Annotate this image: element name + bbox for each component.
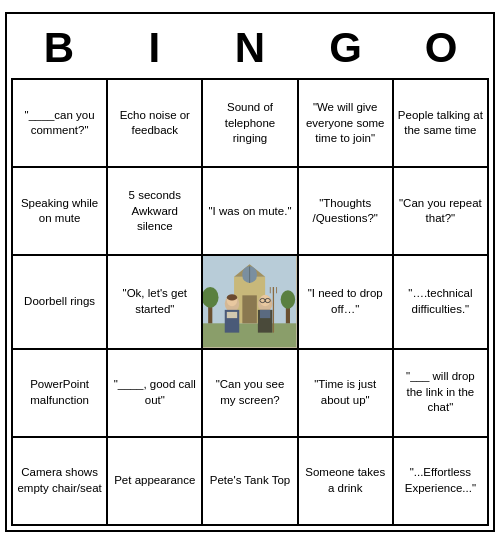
cell-r1c4[interactable]: "We will give everyone some time to join…: [299, 80, 394, 168]
cell-r5c4[interactable]: Someone takes a drink: [299, 438, 394, 526]
cell-r4c2[interactable]: "____, good call out": [108, 350, 203, 438]
american-gothic-painting: [203, 256, 296, 347]
cell-r2c1[interactable]: Speaking while on mute: [13, 168, 108, 256]
svg-rect-18: [260, 310, 270, 318]
letter-b: B: [14, 24, 104, 72]
svg-rect-1: [203, 324, 296, 348]
svg-rect-11: [227, 312, 237, 318]
cell-r1c1[interactable]: "____can you comment?": [13, 80, 108, 168]
cell-r5c2[interactable]: Pet appearance: [108, 438, 203, 526]
cell-r1c2[interactable]: Echo noise or feedback: [108, 80, 203, 168]
cell-r2c4[interactable]: "Thoughts /Questions?": [299, 168, 394, 256]
bingo-grid: "____can you comment?" Echo noise or fee…: [11, 78, 489, 525]
bingo-card: B I N G O "____can you comment?" Echo no…: [5, 12, 495, 531]
cell-r3c5[interactable]: "….technical difficulties.": [394, 256, 489, 349]
letter-i: I: [109, 24, 199, 72]
cell-r4c4[interactable]: "Time is just about up": [299, 350, 394, 438]
cell-r5c3[interactable]: Pete's Tank Top: [203, 438, 298, 526]
cell-r3c3-free-space[interactable]: [203, 256, 298, 349]
cell-r4c5[interactable]: "___ will drop the link in the chat": [394, 350, 489, 438]
svg-rect-6: [243, 296, 257, 324]
cell-r4c3[interactable]: "Can you see my screen?: [203, 350, 298, 438]
letter-o: O: [396, 24, 486, 72]
cell-r1c5[interactable]: People talking at the same time: [394, 80, 489, 168]
bingo-header: B I N G O: [11, 18, 489, 78]
cell-r3c4[interactable]: "I need to drop off…": [299, 256, 394, 349]
cell-r2c5[interactable]: "Can you repeat that?": [394, 168, 489, 256]
letter-n: N: [205, 24, 295, 72]
cell-r5c1[interactable]: Camera shows empty chair/seat: [13, 438, 108, 526]
cell-r3c1[interactable]: Doorbell rings: [13, 256, 108, 349]
cell-r4c1[interactable]: PowerPoint malfunction: [13, 350, 108, 438]
svg-point-26: [281, 291, 295, 310]
cell-r2c2[interactable]: 5 seconds Awkward silence: [108, 168, 203, 256]
letter-g: G: [301, 24, 391, 72]
cell-r1c3[interactable]: Sound of telephone ringing: [203, 80, 298, 168]
cell-r2c3[interactable]: "I was on mute.": [203, 168, 298, 256]
cell-r3c2[interactable]: "Ok, let's get started": [108, 256, 203, 349]
cell-r5c5[interactable]: "...Effortless Experience...": [394, 438, 489, 526]
svg-point-10: [227, 295, 237, 301]
